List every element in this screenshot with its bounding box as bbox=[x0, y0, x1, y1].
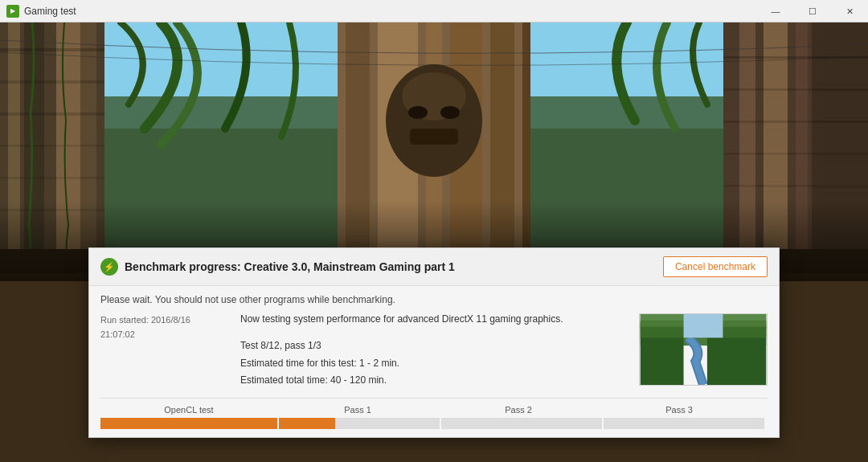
middle-column: Now testing system performance for advan… bbox=[240, 313, 628, 390]
svg-rect-46 bbox=[684, 314, 723, 337]
svg-rect-21 bbox=[723, 88, 868, 91]
pass1-progress bbox=[279, 418, 440, 429]
opencl-progress bbox=[100, 418, 277, 429]
svg-rect-23 bbox=[723, 153, 868, 155]
progress-section: OpenCL test Pass 1 Pass 2 Pass 3 bbox=[100, 398, 768, 429]
svg-point-34 bbox=[408, 106, 428, 119]
svg-rect-11 bbox=[0, 112, 104, 116]
estimated-this: Estimated time for this test: 1 - 2 min. bbox=[240, 355, 628, 373]
dialog-body: Please wait. You should not use other pr… bbox=[89, 286, 779, 437]
svg-rect-10 bbox=[0, 80, 104, 84]
pass1-label: Pass 1 bbox=[277, 405, 438, 415]
thumbnail-svg bbox=[640, 314, 767, 385]
svg-rect-22 bbox=[723, 121, 868, 123]
svg-rect-24 bbox=[723, 185, 868, 187]
run-started: Run started: 2016/8/16 bbox=[100, 313, 229, 328]
dialog-title-area: Benchmark progress: Creative 3.0, Mainst… bbox=[100, 258, 455, 276]
window-title: Gaming test bbox=[24, 6, 76, 17]
run-info: Run started: 2016/8/16 21:07:02 bbox=[100, 313, 229, 341]
opencl-label: OpenCL test bbox=[100, 405, 277, 415]
svg-rect-36 bbox=[410, 129, 458, 145]
pass1-fill bbox=[279, 418, 335, 429]
pass2-progress bbox=[441, 418, 602, 429]
benchmark-logo-icon bbox=[100, 258, 118, 276]
pass3-progress bbox=[604, 418, 764, 429]
benchmark-thumbnail bbox=[639, 313, 768, 386]
title-bar: Gaming test — ☐ ✕ bbox=[0, 0, 868, 22]
run-time: 21:07:02 bbox=[100, 328, 229, 342]
test-info: Test 8/12, pass 1/3 Estimated time for t… bbox=[240, 337, 628, 390]
right-column bbox=[639, 313, 768, 390]
progress-bars bbox=[100, 418, 768, 429]
pass-labels: OpenCL test Pass 1 Pass 2 Pass 3 bbox=[100, 405, 768, 415]
pass2-label: Pass 2 bbox=[438, 405, 599, 415]
app-icon bbox=[6, 5, 19, 18]
status-text: Now testing system performance for advan… bbox=[240, 313, 628, 325]
svg-point-35 bbox=[440, 106, 460, 119]
maximize-button[interactable]: ☐ bbox=[794, 0, 831, 22]
estimated-total: Estimated total time: 40 - 120 min. bbox=[240, 372, 628, 390]
dialog-header: Benchmark progress: Creative 3.0, Mainst… bbox=[89, 248, 779, 286]
progress-dialog: Benchmark progress: Creative 3.0, Mainst… bbox=[88, 247, 780, 438]
left-column: Run started: 2016/8/16 21:07:02 bbox=[100, 313, 229, 390]
test-pass: Test 8/12, pass 1/3 bbox=[240, 337, 628, 355]
wait-message: Please wait. You should not use other pr… bbox=[100, 294, 768, 305]
dialog-content: Run started: 2016/8/16 21:07:02 Now test… bbox=[100, 313, 768, 390]
dialog-title: Benchmark progress: Creative 3.0, Mainst… bbox=[125, 260, 455, 273]
svg-rect-13 bbox=[0, 177, 104, 179]
pass3-label: Pass 3 bbox=[599, 405, 760, 415]
title-controls: — ☐ ✕ bbox=[757, 0, 868, 22]
close-button[interactable]: ✕ bbox=[831, 0, 868, 22]
svg-rect-12 bbox=[0, 145, 104, 147]
opencl-fill bbox=[100, 418, 277, 429]
minimize-button[interactable]: — bbox=[757, 0, 794, 22]
cancel-benchmark-button[interactable]: Cancel benchmark bbox=[663, 256, 768, 277]
title-bar-left: Gaming test bbox=[0, 5, 76, 18]
svg-rect-9 bbox=[0, 48, 104, 51]
